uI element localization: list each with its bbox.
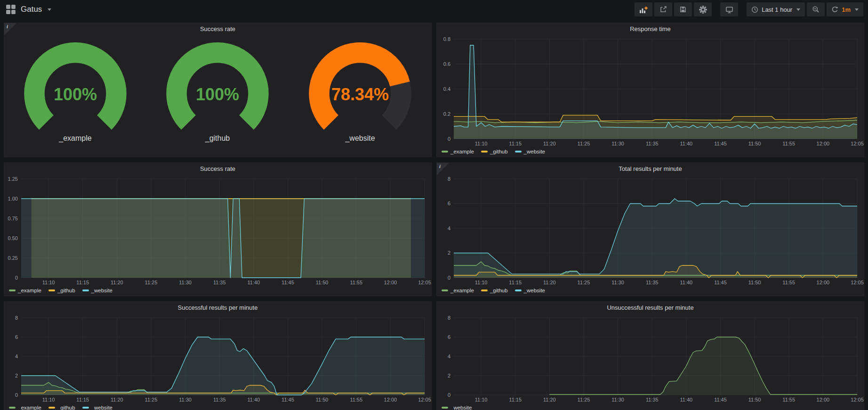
save-button[interactable] (674, 2, 692, 16)
legend-series-dash (481, 151, 488, 153)
x-axis-tick-label: 11:15 (509, 397, 522, 402)
x-axis-tick-label: 11:55 (350, 280, 362, 285)
legend-item-_github[interactable]: _github (48, 405, 75, 410)
legend-item-_github[interactable]: _github (48, 288, 75, 293)
x-axis-tick-label: 11:25 (578, 141, 590, 146)
x-axis-tick-label: 11:50 (316, 397, 329, 402)
chart-legend: _website (442, 403, 472, 410)
x-axis-tick-label: 11:30 (179, 397, 192, 402)
legend-item-_website[interactable]: _website (82, 288, 113, 293)
total-results-chart[interactable]: 11:1011:1511:2011:2511:3011:3511:4011:45… (437, 175, 864, 296)
x-axis-tick-label: 12:05 (851, 280, 864, 285)
panel-title[interactable]: Success rate (4, 163, 431, 175)
info-icon[interactable]: i (4, 23, 16, 35)
x-axis-tick-label: 11:30 (179, 280, 192, 285)
x-axis-tick-label: 11:35 (646, 397, 659, 402)
panel-title[interactable]: Successful results per minute (4, 302, 431, 314)
panel-title[interactable]: Response time (437, 23, 864, 35)
x-axis-tick-label: 11:30 (611, 280, 624, 285)
x-axis-tick-label: 11:15 (509, 280, 522, 285)
legend-item-_example[interactable]: _example (9, 405, 41, 410)
time-range-label: Last 1 hour (762, 6, 792, 13)
x-axis-tick-label: 11:20 (111, 280, 123, 285)
x-axis-tick-label: 11:50 (748, 280, 761, 285)
x-axis-tick-label: 12:00 (384, 397, 397, 402)
legend-item-_website[interactable]: _website (515, 288, 545, 293)
info-icon[interactable]: i (437, 163, 449, 175)
grafana-menu-icon[interactable] (6, 4, 16, 15)
legend-series-dash (442, 289, 448, 291)
x-axis-tick-label: 11:20 (543, 397, 556, 402)
response-time-chart[interactable]: 11:1011:1511:2011:2511:3011:3511:4011:45… (437, 35, 864, 157)
panel-unsuccessful-results: Unsuccessful results per minute 11:1011:… (436, 301, 864, 410)
legend-item-_example[interactable]: _example (442, 288, 474, 293)
x-axis-tick-label: 11:10 (475, 141, 488, 146)
gauges-container: 100%_example100%_github78.34%_website (4, 35, 431, 157)
y-axis-tick-label: 0 (15, 392, 18, 398)
y-axis-tick-label: 0.75 (8, 216, 18, 221)
x-axis-tick-label: 11:50 (316, 280, 329, 285)
legend-item-_website[interactable]: _website (442, 405, 472, 410)
panel-total-results: i Total results per minute 11:1011:1511:… (436, 162, 864, 296)
legend-item-_example[interactable]: _example (9, 288, 41, 293)
legend-item-_github[interactable]: _github (481, 288, 508, 293)
chart-plot-area[interactable]: 11:1011:1511:2011:2511:3011:3511:4011:45… (437, 175, 864, 286)
share-button[interactable] (654, 2, 672, 16)
share-icon (659, 6, 667, 13)
legend-item-_github[interactable]: _github (481, 149, 508, 154)
chart-legend: _example_github_website (442, 286, 545, 295)
y-axis-tick-label: 2 (448, 373, 450, 378)
x-axis-tick-label: 11:20 (543, 141, 556, 146)
x-axis-tick-label: 11:35 (213, 280, 226, 285)
unsuccessful-results-chart[interactable]: 11:1011:1511:2011:2511:3011:3511:4011:45… (437, 314, 864, 410)
legend-series-dash (442, 407, 448, 409)
zoom-out-icon (812, 6, 820, 13)
tv-mode-button[interactable] (720, 2, 738, 16)
time-range-button[interactable]: Last 1 hour (747, 2, 805, 16)
y-axis-tick-label: 0 (15, 275, 18, 281)
x-axis-tick-label: 11:10 (475, 280, 488, 285)
legend-series-dash (515, 151, 522, 153)
x-axis-tick-label: 11:45 (281, 397, 294, 402)
dashboard-title[interactable]: Gatus (21, 5, 42, 14)
legend-series-label: _website (524, 149, 545, 154)
gauge-value: 100% (196, 85, 239, 104)
x-axis-tick-label: 11:15 (76, 280, 89, 285)
refresh-button[interactable]: 1m (827, 2, 863, 16)
panel-title[interactable]: Unsuccessful results per minute (437, 302, 864, 314)
legend-item-_website[interactable]: _website (82, 405, 113, 410)
chart-plot-area[interactable]: 11:1011:1511:2011:2511:3011:3511:4011:45… (4, 314, 431, 403)
x-axis-tick-label: 11:45 (714, 280, 727, 285)
legend-series-dash (82, 289, 89, 291)
legend-item-_example[interactable]: _example (442, 149, 474, 154)
x-axis-tick-label: 11:50 (748, 141, 761, 146)
success-rate-chart[interactable]: 11:1011:1511:2011:2511:3011:3511:4011:45… (4, 175, 431, 296)
save-icon (679, 6, 687, 13)
chevron-down-icon (855, 8, 859, 11)
gauge-label: _example (58, 134, 91, 143)
add-panel-button[interactable] (635, 2, 652, 16)
legend-series-label: _github (57, 405, 75, 410)
x-axis-tick-label: 12:05 (418, 397, 431, 402)
chart-plot-area[interactable]: 11:1011:1511:2011:2511:3011:3511:4011:45… (437, 35, 864, 147)
monitor-icon (725, 6, 733, 14)
y-axis-tick-label: 1.25 (8, 176, 18, 182)
legend-series-label: _github (57, 288, 75, 293)
gauge-_example: 100%_example (4, 35, 146, 157)
x-axis-tick-label: 11:25 (578, 280, 590, 285)
chart-plot-area[interactable]: 11:1011:1511:2011:2511:3011:3511:4011:45… (4, 175, 431, 286)
legend-series-dash (515, 289, 522, 291)
x-axis-tick-label: 12:05 (418, 280, 431, 285)
y-axis-tick-label: 0.2 (443, 111, 450, 117)
settings-button[interactable] (694, 2, 712, 16)
chart-plot-area[interactable]: 11:1011:1511:2011:2511:3011:3511:4011:45… (437, 314, 864, 403)
zoom-out-button[interactable] (807, 2, 825, 16)
legend-item-_website[interactable]: _website (515, 149, 545, 154)
panel-title[interactable]: Total results per minute (437, 163, 864, 175)
panel-title[interactable]: Success rate (4, 23, 431, 35)
y-axis-tick-label: 8 (15, 315, 18, 321)
legend-series-label: _example (18, 288, 41, 293)
chevron-down-icon[interactable] (48, 8, 51, 11)
legend-series-label: _website (524, 288, 545, 293)
successful-results-chart[interactable]: 11:1011:1511:2011:2511:3011:3511:4011:45… (4, 314, 431, 410)
